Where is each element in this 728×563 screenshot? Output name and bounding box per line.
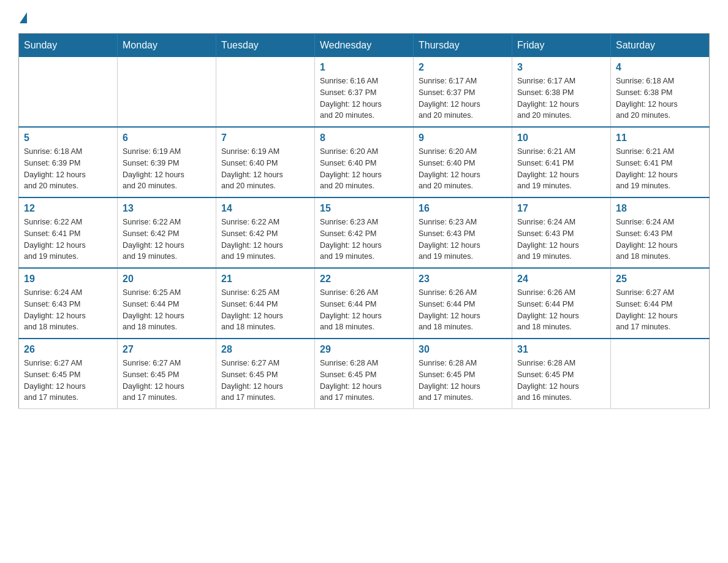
calendar-cell: 25Sunrise: 6:27 AM Sunset: 6:44 PM Dayli… (611, 268, 710, 339)
calendar-cell: 18Sunrise: 6:24 AM Sunset: 6:43 PM Dayli… (611, 197, 710, 268)
day-info: Sunrise: 6:17 AM Sunset: 6:38 PM Dayligh… (517, 75, 605, 121)
calendar-week-row: 5Sunrise: 6:18 AM Sunset: 6:39 PM Daylig… (19, 127, 710, 197)
calendar-week-row: 1Sunrise: 6:16 AM Sunset: 6:37 PM Daylig… (19, 57, 710, 127)
day-info: Sunrise: 6:25 AM Sunset: 6:44 PM Dayligh… (221, 287, 309, 333)
day-number: 13 (123, 203, 211, 214)
day-of-week-header: Sunday (19, 34, 118, 58)
calendar-cell: 30Sunrise: 6:28 AM Sunset: 6:45 PM Dayli… (414, 339, 512, 409)
day-number: 9 (419, 132, 507, 144)
day-info: Sunrise: 6:20 AM Sunset: 6:40 PM Dayligh… (419, 146, 507, 192)
calendar-cell (216, 57, 315, 127)
calendar-cell: 26Sunrise: 6:27 AM Sunset: 6:45 PM Dayli… (19, 339, 118, 409)
day-number: 1 (320, 62, 408, 73)
calendar-week-row: 26Sunrise: 6:27 AM Sunset: 6:45 PM Dayli… (19, 339, 710, 409)
calendar-cell: 29Sunrise: 6:28 AM Sunset: 6:45 PM Dayli… (315, 339, 414, 409)
days-of-week-row: SundayMondayTuesdayWednesdayThursdayFrid… (19, 34, 710, 58)
calendar-week-row: 12Sunrise: 6:22 AM Sunset: 6:41 PM Dayli… (19, 197, 710, 268)
day-info: Sunrise: 6:21 AM Sunset: 6:41 PM Dayligh… (616, 146, 704, 192)
day-number: 27 (123, 344, 211, 355)
calendar-cell: 22Sunrise: 6:26 AM Sunset: 6:44 PM Dayli… (315, 268, 414, 339)
logo-text (18, 12, 27, 22)
day-of-week-header: Wednesday (315, 34, 414, 58)
day-number: 16 (419, 203, 507, 214)
day-info: Sunrise: 6:19 AM Sunset: 6:40 PM Dayligh… (221, 146, 309, 192)
calendar-cell: 28Sunrise: 6:27 AM Sunset: 6:45 PM Dayli… (216, 339, 315, 409)
calendar-cell: 7Sunrise: 6:19 AM Sunset: 6:40 PM Daylig… (216, 127, 315, 197)
day-of-week-header: Thursday (414, 34, 512, 58)
day-number: 4 (616, 62, 704, 73)
day-info: Sunrise: 6:27 AM Sunset: 6:45 PM Dayligh… (123, 358, 211, 404)
calendar-cell: 23Sunrise: 6:26 AM Sunset: 6:44 PM Dayli… (414, 268, 512, 339)
calendar-cell: 9Sunrise: 6:20 AM Sunset: 6:40 PM Daylig… (414, 127, 512, 197)
day-info: Sunrise: 6:18 AM Sunset: 6:38 PM Dayligh… (616, 75, 704, 121)
day-info: Sunrise: 6:22 AM Sunset: 6:41 PM Dayligh… (24, 216, 112, 262)
day-number: 11 (616, 132, 704, 144)
day-number: 8 (320, 132, 408, 144)
day-info: Sunrise: 6:26 AM Sunset: 6:44 PM Dayligh… (419, 287, 507, 333)
calendar-cell: 20Sunrise: 6:25 AM Sunset: 6:44 PM Dayli… (118, 268, 216, 339)
calendar-cell: 8Sunrise: 6:20 AM Sunset: 6:40 PM Daylig… (315, 127, 414, 197)
day-number: 25 (616, 274, 704, 285)
day-number: 23 (419, 274, 507, 285)
calendar-cell: 15Sunrise: 6:23 AM Sunset: 6:42 PM Dayli… (315, 197, 414, 268)
day-number: 6 (123, 132, 211, 144)
calendar-cell: 21Sunrise: 6:25 AM Sunset: 6:44 PM Dayli… (216, 268, 315, 339)
calendar-cell (118, 57, 216, 127)
day-number: 2 (419, 62, 507, 73)
calendar-cell: 6Sunrise: 6:19 AM Sunset: 6:39 PM Daylig… (118, 127, 216, 197)
calendar-week-row: 19Sunrise: 6:24 AM Sunset: 6:43 PM Dayli… (19, 268, 710, 339)
day-of-week-header: Tuesday (216, 34, 315, 58)
calendar-cell: 10Sunrise: 6:21 AM Sunset: 6:41 PM Dayli… (512, 127, 611, 197)
day-number: 17 (517, 203, 605, 214)
day-info: Sunrise: 6:27 AM Sunset: 6:44 PM Dayligh… (616, 287, 704, 333)
calendar-cell: 1Sunrise: 6:16 AM Sunset: 6:37 PM Daylig… (315, 57, 414, 127)
day-info: Sunrise: 6:23 AM Sunset: 6:42 PM Dayligh… (320, 216, 408, 262)
calendar-cell: 4Sunrise: 6:18 AM Sunset: 6:38 PM Daylig… (611, 57, 710, 127)
logo-arrow-icon (20, 12, 27, 23)
day-number: 20 (123, 274, 211, 285)
day-info: Sunrise: 6:18 AM Sunset: 6:39 PM Dayligh… (24, 146, 112, 192)
calendar-cell: 27Sunrise: 6:27 AM Sunset: 6:45 PM Dayli… (118, 339, 216, 409)
day-info: Sunrise: 6:28 AM Sunset: 6:45 PM Dayligh… (320, 358, 408, 404)
calendar-cell: 13Sunrise: 6:22 AM Sunset: 6:42 PM Dayli… (118, 197, 216, 268)
day-info: Sunrise: 6:20 AM Sunset: 6:40 PM Dayligh… (320, 146, 408, 192)
day-info: Sunrise: 6:19 AM Sunset: 6:39 PM Dayligh… (123, 146, 211, 192)
calendar-table: SundayMondayTuesdayWednesdayThursdayFrid… (18, 33, 710, 409)
calendar-cell: 5Sunrise: 6:18 AM Sunset: 6:39 PM Daylig… (19, 127, 118, 197)
calendar-cell: 24Sunrise: 6:26 AM Sunset: 6:44 PM Dayli… (512, 268, 611, 339)
day-number: 12 (24, 203, 112, 214)
day-info: Sunrise: 6:17 AM Sunset: 6:37 PM Dayligh… (419, 75, 507, 121)
day-info: Sunrise: 6:27 AM Sunset: 6:45 PM Dayligh… (24, 358, 112, 404)
calendar-cell: 31Sunrise: 6:28 AM Sunset: 6:45 PM Dayli… (512, 339, 611, 409)
day-info: Sunrise: 6:26 AM Sunset: 6:44 PM Dayligh… (517, 287, 605, 333)
day-of-week-header: Monday (118, 34, 216, 58)
calendar-cell: 19Sunrise: 6:24 AM Sunset: 6:43 PM Dayli… (19, 268, 118, 339)
day-number: 15 (320, 203, 408, 214)
day-number: 3 (517, 62, 605, 73)
day-of-week-header: Saturday (611, 34, 710, 58)
calendar-body: 1Sunrise: 6:16 AM Sunset: 6:37 PM Daylig… (19, 57, 710, 409)
day-info: Sunrise: 6:16 AM Sunset: 6:37 PM Dayligh… (320, 75, 408, 121)
calendar-header: SundayMondayTuesdayWednesdayThursdayFrid… (19, 34, 710, 58)
day-number: 30 (419, 344, 507, 355)
day-number: 21 (221, 274, 309, 285)
day-number: 29 (320, 344, 408, 355)
day-of-week-header: Friday (512, 34, 611, 58)
calendar-cell: 11Sunrise: 6:21 AM Sunset: 6:41 PM Dayli… (611, 127, 710, 197)
day-info: Sunrise: 6:28 AM Sunset: 6:45 PM Dayligh… (419, 358, 507, 404)
calendar-cell: 2Sunrise: 6:17 AM Sunset: 6:37 PM Daylig… (414, 57, 512, 127)
day-number: 10 (517, 132, 605, 144)
day-info: Sunrise: 6:28 AM Sunset: 6:45 PM Dayligh… (517, 358, 605, 404)
logo (18, 12, 27, 21)
page-header (18, 12, 710, 21)
day-info: Sunrise: 6:22 AM Sunset: 6:42 PM Dayligh… (221, 216, 309, 262)
day-info: Sunrise: 6:24 AM Sunset: 6:43 PM Dayligh… (616, 216, 704, 262)
calendar-cell: 12Sunrise: 6:22 AM Sunset: 6:41 PM Dayli… (19, 197, 118, 268)
day-number: 7 (221, 132, 309, 144)
day-number: 18 (616, 203, 704, 214)
calendar-cell: 17Sunrise: 6:24 AM Sunset: 6:43 PM Dayli… (512, 197, 611, 268)
day-info: Sunrise: 6:23 AM Sunset: 6:43 PM Dayligh… (419, 216, 507, 262)
day-info: Sunrise: 6:26 AM Sunset: 6:44 PM Dayligh… (320, 287, 408, 333)
calendar-cell: 14Sunrise: 6:22 AM Sunset: 6:42 PM Dayli… (216, 197, 315, 268)
day-number: 28 (221, 344, 309, 355)
